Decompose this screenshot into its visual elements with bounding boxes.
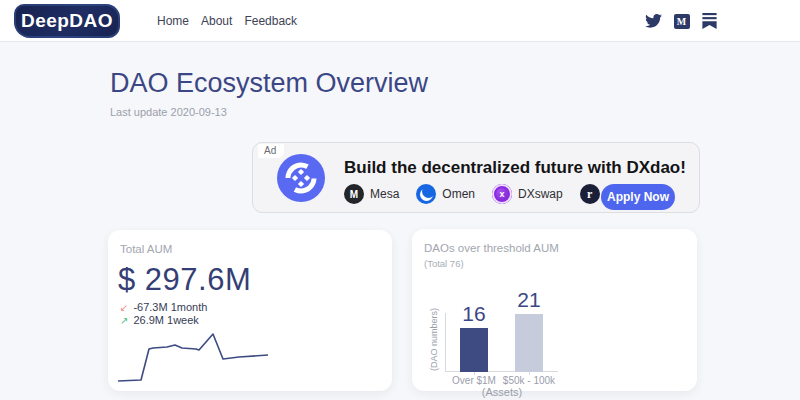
bar-chart-y-label: (DAO numbers) [429, 313, 439, 371]
rails-icon: r [580, 184, 600, 204]
bar-chart-x-label: (Assets) [452, 386, 552, 398]
mesa-icon: M [344, 184, 364, 204]
aum-delta-month: ↙ -67.3M 1month [120, 301, 207, 313]
medium-icon[interactable]: M [673, 13, 690, 30]
twitter-icon[interactable] [645, 13, 662, 30]
substack-icon[interactable] [701, 13, 718, 30]
bar-group-over-1m: 16 [446, 303, 502, 372]
bar-value: 16 [462, 303, 485, 324]
bar-category-label: $50k - 100k [494, 375, 564, 386]
aum-delta-week-text: 26.9M 1week [133, 314, 198, 326]
dxdao-logo-icon [277, 154, 325, 202]
total-aum-title: Total AUM [120, 243, 172, 255]
nav-link-home[interactable]: Home [157, 14, 189, 28]
social-links: M [645, 0, 718, 42]
navbar: DeepDAO Home About Feedback M [0, 0, 800, 42]
bar [460, 328, 488, 372]
total-aum-card: Total AUM $ 297.6M ↙ -67.3M 1month ↗ 26.… [108, 230, 392, 391]
apply-now-button[interactable]: Apply Now [601, 184, 675, 210]
total-aum-value: $ 297.6M [118, 262, 251, 298]
deepdao-logo-text: DeepDAO [21, 10, 113, 32]
partner-label: Mesa [370, 187, 399, 201]
ad-partner-list: M Mesa Omen x DXswap r Rails [344, 184, 632, 204]
ad-headline: Build the decentralized future with DXda… [344, 158, 686, 178]
partner-dxswap: x DXswap [492, 184, 563, 204]
aum-sparkline-path [118, 334, 268, 381]
threshold-title: DAOs over threshold AUM [424, 242, 559, 254]
bar-value: 21 [517, 289, 540, 310]
partner-mesa: M Mesa [344, 184, 399, 204]
ad-banner: Ad Build the decentralized future with D… [252, 142, 700, 213]
aum-delta-week: ↗ 26.9M 1week [120, 314, 199, 326]
omen-icon [416, 184, 436, 204]
threshold-subtitle: (Total 76) [424, 258, 464, 269]
dxswap-icon: x [492, 184, 512, 204]
last-update: Last update 2020-09-13 [110, 106, 227, 118]
bar-group-50k-100k: 21 [501, 289, 557, 372]
partner-omen: Omen [416, 184, 475, 204]
partner-label: DXswap [518, 187, 563, 201]
arrow-down-icon: ↙ [120, 302, 128, 313]
partner-label: Omen [442, 187, 475, 201]
deepdao-logo[interactable]: DeepDAO [14, 4, 120, 38]
bar [515, 314, 543, 372]
aum-delta-month-text: -67.3M 1month [133, 301, 207, 313]
nav-link-feedback[interactable]: Feedback [244, 14, 297, 28]
page-title: DAO Ecosystem Overview [110, 68, 428, 99]
threshold-card: DAOs over threshold AUM (Total 76) (DAO … [412, 229, 697, 391]
main-nav: Home About Feedback [157, 0, 297, 42]
nav-link-about[interactable]: About [201, 14, 232, 28]
arrow-up-icon: ↗ [120, 315, 128, 326]
aum-sparkline [118, 330, 270, 385]
